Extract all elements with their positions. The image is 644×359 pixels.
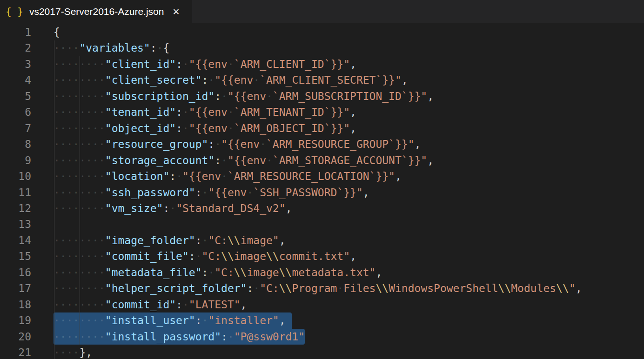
line-number[interactable]: 4 [0, 72, 31, 88]
token-str: "installer" [208, 314, 279, 326]
code-lines: 1{2····"variables":·{3········"client_id… [0, 23, 644, 359]
token-ws: ········ [54, 234, 105, 246]
token-punc: : [208, 138, 215, 150]
token-key: "variables" [79, 42, 150, 54]
code-line[interactable]: 12········"vm_size":·"Standard_DS4_v2", [0, 200, 644, 216]
code-line[interactable]: 4········"client_secret":·"{{env·`ARM_CL… [0, 72, 644, 88]
tab-close-button[interactable]: ✕ [172, 7, 180, 16]
code-line[interactable]: 13 [0, 216, 644, 232]
token-ws: ········ [54, 202, 105, 214]
line-number[interactable]: 21 [0, 345, 31, 359]
token-str: `SSH_PASSWORD`}}" [253, 186, 362, 199]
line-number[interactable]: 10 [0, 168, 31, 184]
token-punc: : [247, 282, 253, 294]
token-ws: · [215, 138, 221, 150]
token-punc: : [169, 170, 176, 182]
token-key: "helper_script_folder" [105, 282, 247, 294]
code-line[interactable]: 17········"helper_script_folder":·"C:\\P… [0, 280, 644, 296]
code-line[interactable]: 5········"subscription_id":·"{{env·`ARM_… [0, 88, 644, 104]
token-str: Files [343, 282, 376, 294]
token-ws: · [195, 250, 202, 262]
code-text: ········"storage_account":·"{{env·`ARM_S… [54, 153, 434, 168]
token-key: "ssh_password" [105, 186, 195, 199]
code-line[interactable]: 7········"object_id":·"{{env·`ARM_OBJECT… [0, 120, 644, 136]
token-punc: { [163, 42, 169, 54]
code-line[interactable]: 6········"tenant_id":·"{{env·`ARM_TENANT… [0, 104, 644, 120]
token-ws: ········ [54, 299, 105, 311]
line-number[interactable]: 5 [0, 88, 31, 104]
token-esc: \\ [234, 266, 247, 279]
json-file-icon: { } [6, 7, 23, 17]
code-line[interactable]: 18········"commit_id":·"LATEST", [0, 297, 644, 312]
token-ws: ········ [54, 186, 105, 199]
token-str: Program [292, 282, 337, 294]
token-str: `ARM_TENANT_ID`}}" [234, 106, 350, 118]
editor-pane[interactable]: 1{2····"variables":·{3········"client_id… [0, 23, 644, 359]
token-punc: , [427, 90, 434, 102]
code-text: ········"commit_file":·"C:\\image\\commi… [54, 248, 356, 264]
token-esc: \\ [221, 250, 234, 262]
token-ws: ········ [54, 170, 105, 182]
token-ws: · [182, 299, 189, 311]
tab-vs2017-server2016-azure-json[interactable]: { } vs2017-Server2016-Azure.json ✕ [0, 0, 192, 23]
token-esc: \\ [279, 266, 292, 279]
line-number[interactable]: 3 [0, 56, 31, 72]
token-str: image [234, 250, 266, 262]
line-number[interactable]: 1 [0, 24, 31, 40]
token-key: "metadata_file" [105, 266, 202, 279]
token-ws: · [221, 170, 228, 182]
line-number[interactable]: 13 [0, 216, 31, 232]
line-number[interactable]: 6 [0, 104, 31, 120]
token-punc: : [176, 58, 182, 70]
token-punc: , [350, 58, 356, 70]
line-number[interactable]: 18 [0, 297, 31, 312]
token-key: "image_folder" [105, 234, 195, 246]
line-number[interactable]: 11 [0, 185, 31, 200]
token-key: "vm_size" [105, 202, 163, 214]
code-line[interactable]: 21····}, [0, 345, 644, 359]
line-number[interactable]: 19 [0, 312, 31, 328]
line-number[interactable]: 17 [0, 280, 31, 296]
token-punc: , [415, 138, 421, 150]
code-text: ········"resource_group":·"{{env·`ARM_RE… [54, 136, 421, 152]
code-line[interactable]: 14········"image_folder":·"C:\\image", [0, 233, 644, 248]
code-text: ········"helper_script_folder":·"C:\\Pro… [54, 280, 582, 296]
code-line[interactable]: 2····"variables":·{ [0, 40, 644, 56]
token-str: "C: [260, 282, 279, 294]
code-line[interactable]: 11········"ssh_password":·"{{env·`SSH_PA… [0, 185, 644, 200]
line-number[interactable]: 9 [0, 153, 31, 168]
token-ws: · [208, 74, 215, 86]
token-punc: : [215, 154, 221, 166]
token-esc: \\ [376, 282, 389, 294]
line-number[interactable]: 15 [0, 248, 31, 264]
line-number[interactable]: 7 [0, 120, 31, 136]
line-number[interactable]: 2 [0, 40, 31, 56]
code-line[interactable]: 9········"storage_account":·"{{env·`ARM_… [0, 153, 644, 168]
token-key: "tenant_id" [105, 106, 176, 118]
line-number[interactable]: 12 [0, 200, 31, 216]
token-punc: : [176, 122, 182, 134]
token-str: image" [241, 234, 279, 246]
token-ws: · [182, 106, 189, 118]
code-line[interactable]: 20········"install_password":·"P@ssw0rd1… [0, 329, 644, 345]
token-key: "subscription_id" [105, 90, 215, 102]
token-ws: ········ [54, 282, 105, 294]
code-line[interactable]: 15········"commit_file":·"C:\\image\\com… [0, 248, 644, 264]
code-line[interactable]: 8········"resource_group":·"{{env·`ARM_R… [0, 136, 644, 152]
token-ws: ········ [54, 250, 105, 262]
token-str: " [569, 282, 576, 294]
token-ws: · [221, 154, 228, 166]
code-text: ········"commit_id":·"LATEST", [54, 297, 247, 312]
token-punc: , [576, 282, 582, 294]
token-ws: · [169, 202, 176, 214]
line-number[interactable]: 8 [0, 136, 31, 152]
code-line[interactable]: 16········"metadata_file":·"C:\\image\\m… [0, 265, 644, 280]
token-key: "storage_account" [105, 154, 215, 166]
line-number[interactable]: 16 [0, 265, 31, 280]
code-line[interactable]: 19········"install_user":·"installer", [0, 312, 644, 328]
code-line[interactable]: 3········"client_id":·"{{env·`ARM_CLIENT… [0, 56, 644, 72]
code-line[interactable]: 10········"location":·"{{env·`ARM_RESOUR… [0, 168, 644, 184]
line-number[interactable]: 20 [0, 329, 31, 345]
line-number[interactable]: 14 [0, 233, 31, 248]
code-line[interactable]: 1{ [0, 24, 644, 40]
